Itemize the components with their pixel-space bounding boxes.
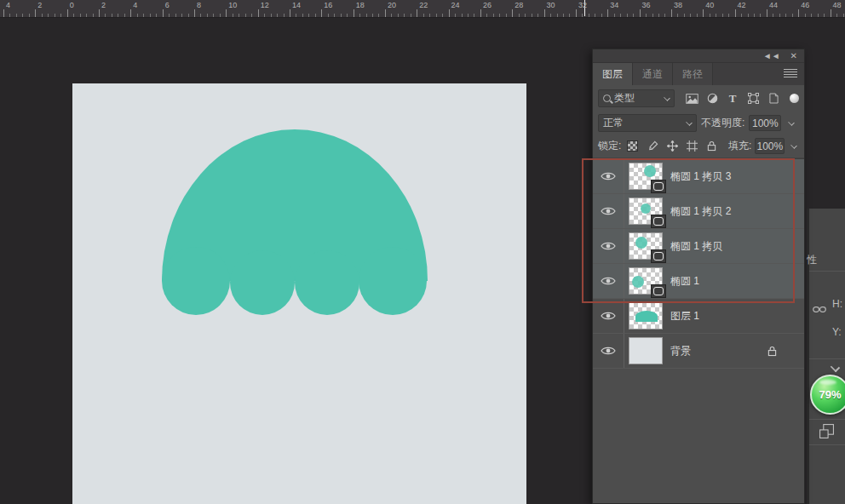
ruler-minor-tick xyxy=(188,14,189,17)
ruler-tick-label: 48 xyxy=(833,2,842,9)
ruler-tick-label: 8 xyxy=(197,2,201,9)
progress-badge[interactable]: 79% xyxy=(810,375,845,415)
layer-visibility-toggle[interactable] xyxy=(593,194,624,228)
type-layer-filter-icon[interactable]: T xyxy=(722,89,743,108)
layer-visibility-toggle[interactable] xyxy=(593,264,624,298)
chevron-down-icon xyxy=(686,119,693,126)
ruler-major-tick xyxy=(735,9,736,17)
ruler-minor-tick xyxy=(722,14,723,17)
fill-value[interactable]: 100% xyxy=(755,138,785,154)
lock-icon xyxy=(767,346,777,357)
layer-row[interactable]: 背景 xyxy=(593,334,804,369)
ruler-minor-tick xyxy=(398,14,399,17)
ruler-minor-tick xyxy=(315,14,316,17)
ruler-minor-tick xyxy=(811,14,812,17)
layer-visibility-toggle[interactable] xyxy=(593,229,624,263)
layer-thumbnail[interactable] xyxy=(629,267,663,295)
ruler-minor-tick xyxy=(519,14,520,17)
lock-transparent-pixels-icon[interactable] xyxy=(624,138,641,155)
layer-thumbnail[interactable] xyxy=(629,232,663,260)
adjustment-layer-filter-icon[interactable] xyxy=(702,89,722,108)
layers-panel: ◄◄ ✕ 图层通道路径 类型 T xyxy=(592,49,805,504)
opacity-label: 不透明度: xyxy=(701,116,744,130)
ruler-major-tick xyxy=(226,9,227,17)
shape-layer-badge xyxy=(651,215,666,228)
lock-all-icon[interactable] xyxy=(704,138,720,155)
ruler-major-tick xyxy=(480,9,481,17)
ruler-major-tick xyxy=(512,9,513,17)
layer-thumbnail[interactable] xyxy=(629,198,663,225)
duplicate-icon[interactable] xyxy=(819,423,835,443)
ruler-minor-tick xyxy=(779,14,780,17)
panel-tab-inactive[interactable]: 通道 xyxy=(633,63,673,85)
layer-visibility-toggle[interactable] xyxy=(593,334,624,368)
link-icon[interactable] xyxy=(813,301,826,317)
lock-artboard-icon[interactable] xyxy=(684,138,700,155)
shape-layer-badge xyxy=(651,180,666,193)
ruler-minor-tick xyxy=(468,14,468,17)
ruler-minor-tick xyxy=(499,14,500,17)
ruler-minor-tick xyxy=(563,14,564,17)
layer-visibility-toggle[interactable] xyxy=(593,299,624,333)
ruler-minor-tick xyxy=(16,14,17,17)
panel-tab-bar: 图层通道路径 xyxy=(593,63,804,85)
document-canvas[interactable] xyxy=(72,83,526,504)
ruler-minor-tick xyxy=(805,14,806,17)
layer-row[interactable]: 图层 1 xyxy=(593,299,804,334)
layer-visibility-toggle[interactable] xyxy=(593,159,624,193)
layer-row[interactable]: 椭圆 1 拷贝 xyxy=(593,229,804,264)
ruler-minor-tick xyxy=(239,14,239,17)
close-panel-icon[interactable]: ✕ xyxy=(790,52,797,60)
umbrella-shape xyxy=(72,83,526,504)
ruler-minor-tick xyxy=(525,14,526,17)
panel-tab-active[interactable]: 图层 xyxy=(593,63,633,85)
layer-row[interactable]: 椭圆 1 拷贝 3 xyxy=(593,159,804,194)
opacity-value[interactable]: 100% xyxy=(749,115,781,131)
opacity-dropdown-button[interactable] xyxy=(785,115,797,131)
ruler-minor-tick xyxy=(569,14,570,17)
shape-layer-filter-icon[interactable] xyxy=(743,89,763,108)
layer-thumbnail[interactable] xyxy=(629,337,663,364)
ruler-minor-tick xyxy=(137,14,138,17)
layer-thumbnail[interactable] xyxy=(629,163,663,190)
panel-title-bar: ◄◄ ✕ xyxy=(593,49,804,63)
ruler-minor-tick xyxy=(220,14,221,17)
ruler-minor-tick xyxy=(557,14,558,17)
collapse-panel-icon[interactable]: ◄◄ xyxy=(763,52,780,60)
ruler-major-tick xyxy=(449,9,450,17)
ruler-major-tick xyxy=(130,9,131,17)
ruler-minor-tick xyxy=(271,14,272,17)
ruler-tick-label: 0 xyxy=(70,2,74,9)
filter-type-select[interactable]: 类型 xyxy=(598,89,675,107)
eye-icon xyxy=(601,241,616,251)
ruler-minor-tick xyxy=(760,14,761,17)
ruler-major-tick xyxy=(258,9,259,17)
lock-image-pixels-icon[interactable] xyxy=(644,138,660,155)
ruler-minor-tick xyxy=(302,14,303,17)
ruler-minor-tick xyxy=(124,14,125,17)
filter-toggle-icon[interactable] xyxy=(790,94,799,103)
layer-row[interactable]: 椭圆 1 xyxy=(593,264,804,299)
ruler-minor-tick xyxy=(245,14,246,17)
ruler-major-tick xyxy=(417,9,417,17)
ruler-major-tick xyxy=(99,9,100,17)
ruler-major-tick xyxy=(544,9,545,17)
ruler-minor-tick xyxy=(55,14,55,17)
blend-mode-select[interactable]: 正常 xyxy=(598,114,697,132)
layer-thumbnail[interactable] xyxy=(629,302,663,329)
ruler-minor-tick xyxy=(633,14,634,17)
panel-menu-icon[interactable] xyxy=(784,69,797,79)
fill-dropdown-button[interactable] xyxy=(788,138,799,154)
eye-icon xyxy=(601,276,616,286)
eye-icon xyxy=(601,311,616,321)
ruler-minor-tick xyxy=(423,14,424,17)
ruler-minor-tick xyxy=(411,14,411,17)
pixel-layer-filter-icon[interactable] xyxy=(681,89,702,108)
chevron-down-icon[interactable] xyxy=(831,363,840,372)
layer-row[interactable]: 椭圆 1 拷贝 2 xyxy=(593,194,804,229)
panel-tab-inactive[interactable]: 路径 xyxy=(673,63,713,85)
ruler-tick-label: 20 xyxy=(388,2,396,9)
lock-position-icon[interactable] xyxy=(664,138,681,155)
smart-object-filter-icon[interactable] xyxy=(763,89,784,108)
ruler-minor-tick xyxy=(42,14,43,17)
